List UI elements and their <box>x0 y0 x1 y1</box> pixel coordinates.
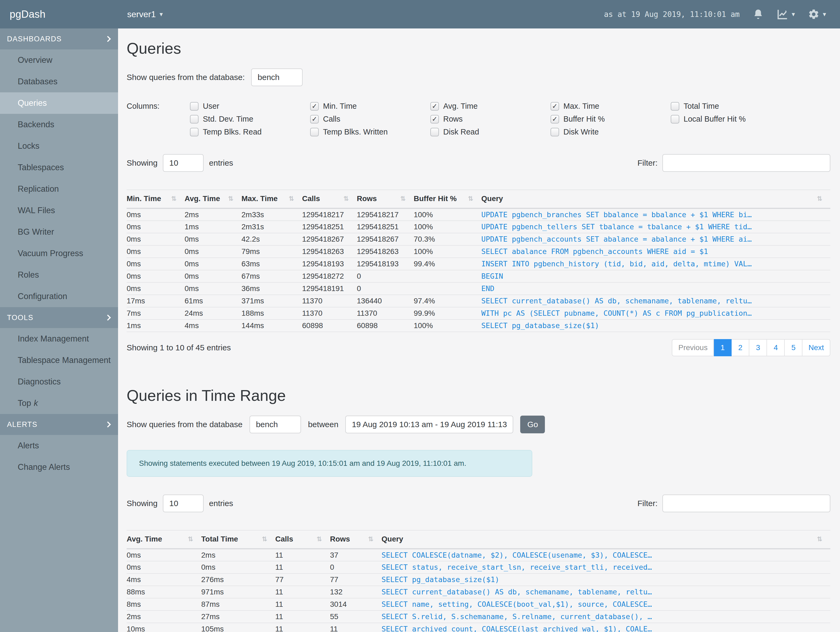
table-row: 88ms971ms11132SELECT current_database() … <box>126 586 831 598</box>
query-link[interactable]: BEGIN <box>481 272 503 280</box>
topbar-actions: as at 19 Aug 2019, 11:10:01 am ▾ <box>604 8 840 20</box>
sidebar-section-tools[interactable]: TOOLS <box>0 307 118 328</box>
value-cell: 2ms <box>201 549 275 561</box>
chevron-down-icon: ▾ <box>159 11 163 18</box>
query-link[interactable]: SELECT pg_database_size($1) <box>382 575 499 584</box>
sidebar-item-diagnostics[interactable]: Diagnostics <box>0 371 118 393</box>
column-checkbox-calls[interactable]: ✓Calls <box>310 115 430 124</box>
sort-icon[interactable]: ⇅ <box>262 535 267 543</box>
sidebar-item-backends[interactable]: Backends <box>0 114 118 135</box>
sidebar-item-vacuum-progress[interactable]: Vacuum Progress <box>0 243 118 264</box>
sidebar-item-tablespaces[interactable]: Tablespaces <box>0 157 118 178</box>
sidebar-item-locks[interactable]: Locks <box>0 135 118 157</box>
pagination-previous-button[interactable]: Previous <box>672 339 714 356</box>
column-header-calls: Calls⇅ <box>275 530 330 549</box>
sidebar-item-tablespace-management[interactable]: Tablespace Management <box>0 350 118 371</box>
column-header-buffer-hit: Buffer Hit %⇅ <box>414 190 481 208</box>
entries-count-input[interactable] <box>163 154 204 172</box>
sort-icon[interactable]: ⇅ <box>289 195 294 203</box>
columns-checkbox-column: UserStd. Dev. TimeTemp Blks. Read <box>190 102 310 136</box>
time-range-queries-table: Avg. Time⇅Total Time⇅Calls⇅Rows⇅Query⇅0m… <box>126 530 831 632</box>
pagination-next-button[interactable]: Next <box>802 339 831 356</box>
sort-icon[interactable]: ⇅ <box>171 195 177 203</box>
value-cell: 97.4% <box>414 295 481 307</box>
sidebar-item-bg-writer[interactable]: BG Writer <box>0 221 118 243</box>
go-button[interactable]: Go <box>520 416 545 433</box>
notifications-button[interactable] <box>753 9 764 20</box>
sort-icon[interactable]: ⇅ <box>368 535 373 543</box>
query-link[interactable]: SELECT pg_database_size($1) <box>481 322 599 330</box>
pagination-page-4[interactable]: 4 <box>767 339 785 356</box>
pagination-page-1[interactable]: 1 <box>714 339 732 356</box>
sort-icon[interactable]: ⇅ <box>817 195 822 203</box>
settings-menu-button[interactable]: ▾ <box>808 8 826 20</box>
column-checkbox-max-time[interactable]: ✓Max. Time <box>551 102 671 111</box>
value-cell: 0ms <box>126 233 185 246</box>
query-link[interactable]: SELECT S.relid, S.schemaname, S.relname,… <box>382 612 652 621</box>
sidebar-item-queries[interactable]: Queries <box>0 92 118 114</box>
query-link[interactable]: END <box>481 284 494 293</box>
value-cell: 4ms <box>126 573 201 586</box>
query-link[interactable]: INSERT INTO pgbench_history (tid, bid, a… <box>481 260 752 268</box>
query-link[interactable]: SELECT abalance FROM pgbench_accounts WH… <box>481 247 708 256</box>
sidebar-item-index-management[interactable]: Index Management <box>0 328 118 350</box>
query-link[interactable]: SELECT status, receive_start_lsn, receiv… <box>382 563 652 571</box>
pagination-page-3[interactable]: 3 <box>749 339 767 356</box>
filter-input-2[interactable] <box>662 494 831 512</box>
sort-icon[interactable]: ⇅ <box>317 535 322 543</box>
column-checkbox-local-buffer-hit[interactable]: Local Buffer Hit % <box>671 115 791 124</box>
query-link[interactable]: SELECT current_database() AS db, scheman… <box>481 297 752 305</box>
query-link[interactable]: SELECT COALESCE(datname, $2), COALESCE(u… <box>382 551 652 559</box>
column-checkbox-rows[interactable]: ✓Rows <box>430 115 551 124</box>
filter-input[interactable] <box>662 154 831 172</box>
sidebar-item-databases[interactable]: Databases <box>0 71 118 92</box>
query-link[interactable]: UPDATE pgbench_tellers SET tbalance = tb… <box>481 223 752 231</box>
column-checkbox-std-dev-time[interactable]: Std. Dev. Time <box>190 115 310 124</box>
entries-count-input-2[interactable] <box>163 494 204 512</box>
sidebar-item-overview[interactable]: Overview <box>0 49 118 71</box>
sort-icon[interactable]: ⇅ <box>817 535 822 543</box>
column-checkbox-buffer-hit[interactable]: ✓Buffer Hit % <box>551 115 671 124</box>
column-checkbox-avg-time[interactable]: ✓Avg. Time <box>430 102 551 111</box>
pagination-page-2[interactable]: 2 <box>732 339 749 356</box>
sidebar-item-configuration[interactable]: Configuration <box>0 286 118 307</box>
column-checkbox-disk-write[interactable]: Disk Write <box>551 128 671 136</box>
sort-icon[interactable]: ⇅ <box>228 195 234 203</box>
query-link[interactable]: WITH pc AS (SELECT pubname, COUNT(*) AS … <box>481 309 752 317</box>
charts-menu-button[interactable]: ▾ <box>777 8 795 20</box>
query-link[interactable]: SELECT name, setting, COALESCE(boot_val,… <box>382 600 652 608</box>
value-cell: 10ms <box>126 623 201 632</box>
sidebar-item-alerts[interactable]: Alerts <box>0 435 118 456</box>
column-checkbox-disk-read[interactable]: Disk Read <box>430 128 551 136</box>
sidebar-item-replication[interactable]: Replication <box>0 178 118 200</box>
column-checkbox-temp-blks-written[interactable]: Temp Blks. Written <box>310 128 430 136</box>
sort-icon[interactable]: ⇅ <box>400 195 406 203</box>
sort-icon[interactable]: ⇅ <box>188 535 193 543</box>
column-checkbox-total-time[interactable]: Total Time <box>671 102 791 111</box>
column-checkbox-user[interactable]: User <box>190 102 310 111</box>
sidebar-item-top[interactable]: Topk <box>0 393 118 414</box>
sidebar-item-wal-files[interactable]: WAL Files <box>0 200 118 221</box>
time-range-input[interactable] <box>345 416 513 433</box>
value-cell: 0 <box>357 270 414 282</box>
column-checkbox-min-time[interactable]: ✓Min. Time <box>310 102 430 111</box>
column-checkbox-label: Buffer Hit % <box>564 115 605 124</box>
pagination-page-5[interactable]: 5 <box>785 339 802 356</box>
query-link[interactable]: SELECT archived_count, COALESCE(last_arc… <box>382 625 652 632</box>
sidebar-section-dashboards[interactable]: DASHBOARDS <box>0 29 118 49</box>
value-cell: 42.2s <box>242 233 302 246</box>
sort-icon[interactable]: ⇅ <box>343 195 349 203</box>
query-link[interactable]: UPDATE pgbench_accounts SET abalance = a… <box>481 235 752 243</box>
sidebar-item-roles[interactable]: Roles <box>0 264 118 286</box>
sort-icon[interactable]: ⇅ <box>468 195 473 203</box>
query-link[interactable]: SELECT current_database() AS db, scheman… <box>382 588 652 596</box>
sidebar-section-alerts[interactable]: ALERTS <box>0 414 118 435</box>
value-cell: 100% <box>414 208 481 221</box>
database-input-2[interactable] <box>249 416 301 433</box>
column-checkbox-temp-blks-read[interactable]: Temp Blks. Read <box>190 128 310 136</box>
sidebar-item-change-alerts[interactable]: Change Alerts <box>0 456 118 478</box>
server-selector[interactable]: server1 ▾ <box>127 10 163 19</box>
query-link[interactable]: UPDATE pgbench_branches SET bbalance = b… <box>481 211 752 219</box>
database-input[interactable] <box>251 68 303 86</box>
filter-label: Filter: <box>638 158 658 168</box>
